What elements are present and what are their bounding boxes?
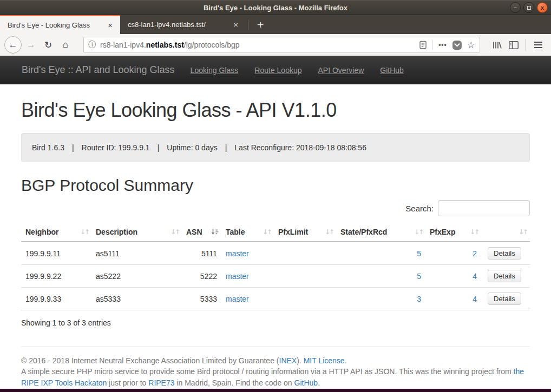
pfxrcd-link[interactable]: 3 bbox=[417, 295, 421, 303]
tab-cs8-lan1[interactable]: cs8-lan1-ipv4.netlabs.tst/ × bbox=[120, 15, 246, 34]
forward-button[interactable]: → bbox=[23, 37, 39, 53]
tab-close-icon[interactable]: × bbox=[231, 20, 240, 29]
reader-mode-icon[interactable] bbox=[419, 41, 427, 49]
maximize-button[interactable] bbox=[523, 2, 534, 13]
new-tab-button[interactable]: + bbox=[251, 15, 270, 34]
pfxexp-cell: 4 bbox=[425, 288, 481, 310]
page-actions-icon[interactable]: ••• bbox=[438, 41, 447, 49]
state-pfxrcd-cell: 5 bbox=[336, 265, 425, 288]
table-row: 199.9.9.22 as5222 5222 master 5 4 Detail… bbox=[21, 265, 530, 288]
window-bottom-border bbox=[0, 389, 551, 392]
urlbar-separator bbox=[432, 40, 433, 50]
back-button[interactable]: ← bbox=[4, 36, 22, 54]
url-text[interactable]: rs8-lan1-ipv4.netlabs.tst/lg/protocols/b… bbox=[100, 41, 419, 49]
pfxlimit-cell bbox=[274, 265, 336, 288]
bookmark-star-icon[interactable]: ☆ bbox=[467, 39, 475, 51]
description-cell: as5111 bbox=[91, 242, 182, 265]
pfxexp-link[interactable]: 4 bbox=[473, 295, 477, 303]
pfxexp-link[interactable]: 4 bbox=[473, 272, 477, 281]
col-header-state-pfxrcd[interactable]: State/PfxRcd↓↑ bbox=[336, 223, 425, 242]
col-header-pfxexp[interactable]: PfxExp↓↑ bbox=[425, 223, 481, 242]
table-cell: master bbox=[221, 288, 274, 310]
neighbor-cell: 199.9.9.22 bbox=[21, 265, 91, 288]
inex-link[interactable]: INEX bbox=[279, 356, 297, 365]
asn-cell: 5111 bbox=[182, 242, 221, 265]
library-icon[interactable] bbox=[492, 41, 502, 50]
asn-cell: 5333 bbox=[182, 288, 221, 310]
menu-hamburger-icon[interactable] bbox=[532, 39, 545, 50]
nav-link-github[interactable]: GitHub bbox=[372, 66, 412, 75]
nav-link-api-overview[interactable]: API Overview bbox=[310, 66, 372, 75]
sidebar-toggle-icon[interactable] bbox=[509, 41, 519, 49]
details-button[interactable]: Details bbox=[488, 293, 521, 305]
home-button[interactable]: ⌂ bbox=[57, 37, 74, 53]
minimize-button[interactable]: − bbox=[510, 2, 521, 13]
sort-icon[interactable]: ↓↑ bbox=[170, 228, 179, 236]
last-reconfigure: Last Reconfigure: 2018-09-18 08:08:56 bbox=[234, 143, 366, 152]
page-title: Bird's Eye Looking Glass - API V1.1.0 bbox=[21, 99, 530, 122]
table-row: 199.9.9.11 as5111 5111 master 5 2 Detail… bbox=[21, 242, 530, 265]
sort-icon[interactable]: ↓↑ bbox=[325, 228, 333, 236]
site-footer: © 2016 - 2018 Internet Neutral Exchange … bbox=[21, 355, 530, 388]
url-bar[interactable]: ⓘ rs8-lan1-ipv4.netlabs.tst/lg/protocols… bbox=[83, 37, 480, 53]
table-search: Search: bbox=[21, 200, 530, 216]
description-cell: as5222 bbox=[91, 265, 182, 288]
table-cell: master bbox=[221, 242, 274, 265]
sort-icon[interactable]: ↓↑ bbox=[519, 228, 527, 236]
table-link[interactable]: master bbox=[226, 249, 249, 258]
bgp-summary-table: Neighbor↓↑ Description↓↑ ASN Table↓↑ Pfx… bbox=[21, 223, 530, 310]
col-header-table[interactable]: Table↓↑ bbox=[221, 223, 274, 242]
table-header-row: Neighbor↓↑ Description↓↑ ASN Table↓↑ Pfx… bbox=[21, 223, 530, 242]
col-header-asn[interactable]: ASN bbox=[182, 223, 221, 242]
state-pfxrcd-cell: 3 bbox=[336, 288, 425, 310]
col-header-description[interactable]: Description↓↑ bbox=[91, 223, 182, 242]
pfxrcd-link[interactable]: 5 bbox=[417, 249, 421, 258]
col-header-pfxlimit[interactable]: PfxLimit↓↑ bbox=[274, 223, 336, 242]
footer-divider bbox=[21, 346, 530, 347]
details-button[interactable]: Details bbox=[488, 270, 521, 282]
url-path: /lg/protocols/bgp bbox=[184, 41, 240, 49]
sort-icon[interactable]: ↓↑ bbox=[263, 228, 271, 236]
mit-license-link[interactable]: MIT License. bbox=[304, 356, 347, 365]
pfxlimit-cell bbox=[274, 242, 336, 265]
sort-icon[interactable]: ↓↑ bbox=[414, 228, 423, 236]
table-link[interactable]: master bbox=[226, 295, 249, 303]
browser-toolbar: ← → ↻ ⌂ ⓘ rs8-lan1-ipv4.netlabs.tst/lg/p… bbox=[0, 34, 551, 56]
table-cell: master bbox=[221, 265, 274, 288]
col-header-neighbor[interactable]: Neighbor↓↑ bbox=[21, 223, 91, 242]
window-title: Bird's Eye - Looking Glass - Mozilla Fir… bbox=[204, 4, 347, 12]
close-button[interactable]: x bbox=[537, 2, 548, 13]
about-line: A simple secure PHP micro service to pro… bbox=[21, 366, 530, 388]
actions-cell: Details bbox=[481, 288, 530, 310]
nav-link-route-lookup[interactable]: Route Lookup bbox=[246, 66, 310, 75]
tab-close-icon[interactable]: × bbox=[106, 21, 115, 30]
sort-asc-active-icon[interactable] bbox=[211, 229, 219, 236]
sort-icon[interactable]: ↓↑ bbox=[470, 228, 478, 236]
actions-cell: Details bbox=[481, 242, 530, 265]
window-titlebar: Bird's Eye - Looking Glass - Mozilla Fir… bbox=[0, 0, 551, 15]
neighbor-cell: 199.9.9.33 bbox=[21, 288, 91, 310]
navbar-links: Looking Glass Route Lookup API Overview … bbox=[182, 66, 412, 75]
nav-link-looking-glass[interactable]: Looking Glass bbox=[182, 66, 247, 75]
pfxexp-link[interactable]: 2 bbox=[473, 249, 477, 258]
site-info-icon[interactable]: ⓘ bbox=[88, 40, 96, 50]
tab-birds-eye[interactable]: Bird's Eye - Looking Glass × bbox=[0, 15, 120, 34]
router-status-bar: Bird 1.6.3|Router ID: 199.9.9.1|Uptime: … bbox=[21, 133, 530, 162]
sort-icon[interactable]: ↓↑ bbox=[80, 228, 89, 236]
github-code-link[interactable]: GitHub bbox=[294, 378, 318, 387]
pfxexp-cell: 4 bbox=[425, 265, 481, 288]
uptime: Uptime: 0 days bbox=[167, 143, 217, 152]
window-controls: − x bbox=[510, 2, 548, 13]
reload-button[interactable]: ↻ bbox=[40, 37, 56, 53]
tab-title: cs8-lan1-ipv4.netlabs.tst/ bbox=[128, 21, 231, 29]
col-header-actions[interactable]: ↓↑ bbox=[481, 223, 530, 242]
table-link[interactable]: master bbox=[226, 272, 249, 281]
search-input[interactable] bbox=[438, 200, 530, 216]
navbar-brand[interactable]: Bird's Eye :: API and Looking Glass bbox=[22, 64, 175, 76]
pfxrcd-link[interactable]: 5 bbox=[417, 272, 421, 281]
asn-cell: 5222 bbox=[182, 265, 221, 288]
neighbor-cell: 199.9.9.11 bbox=[21, 242, 91, 265]
details-button[interactable]: Details bbox=[488, 247, 521, 260]
pocket-icon[interactable] bbox=[452, 41, 462, 50]
ripe73-link[interactable]: RIPE73 bbox=[148, 378, 174, 387]
